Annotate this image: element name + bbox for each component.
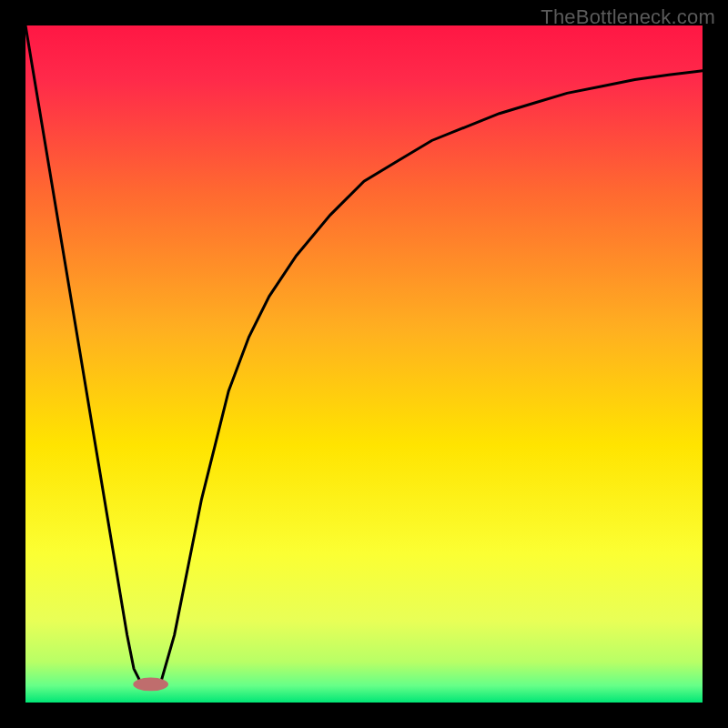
gradient-background xyxy=(25,25,703,703)
chart-frame: TheBottleneck.com xyxy=(0,0,728,728)
bottleneck-chart xyxy=(0,0,728,728)
watermark-text: TheBottleneck.com xyxy=(541,5,715,29)
minimum-marker xyxy=(133,677,168,691)
